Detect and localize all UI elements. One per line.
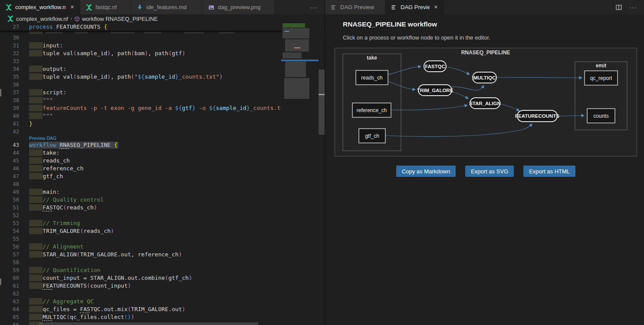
code-token: qc_files = bbox=[43, 306, 80, 312]
more-actions-icon[interactable]: ··· bbox=[310, 4, 318, 10]
code-token bbox=[29, 149, 43, 156]
code-token: ${ bbox=[175, 105, 182, 111]
line-number: 44 bbox=[0, 149, 19, 157]
image-icon bbox=[208, 4, 215, 11]
tab-dag-preview-active[interactable]: DAG Preview ✕ bbox=[385, 0, 444, 14]
horizontal-scrollbar[interactable] bbox=[0, 322, 325, 325]
tab-complex-workflow[interactable]: complex_workflow.nf ✕ bbox=[0, 0, 80, 14]
tab-dag-preview-png[interactable]: dag_preview.png bbox=[203, 0, 275, 14]
vertical-scrollbar[interactable] bbox=[319, 23, 325, 325]
code-line: 33 bbox=[0, 57, 325, 65]
code-token bbox=[29, 89, 43, 96]
code-token: " bbox=[135, 73, 138, 80]
split-editor-icon[interactable] bbox=[615, 4, 622, 11]
code-token: ( bbox=[128, 306, 131, 312]
close-icon[interactable]: ✕ bbox=[433, 4, 439, 10]
line-number: 54 bbox=[0, 227, 19, 235]
dag-node-reference-ch[interactable]: reference_ch bbox=[352, 103, 391, 117]
tab-dag-preview-inactive[interactable]: DAG Preview bbox=[325, 0, 385, 14]
dag-node-fastqc[interactable]: FASTQC bbox=[424, 61, 446, 72]
breadcrumb: complex_workflow.nf › workflow RNASEQ_PI… bbox=[0, 14, 325, 23]
dag-node-counts[interactable]: counts bbox=[587, 109, 615, 123]
overview-ruler-mark bbox=[319, 94, 325, 95]
code-token: gtf bbox=[182, 105, 192, 111]
code-line: 65 MULTIQC(qc_files.collect()) bbox=[0, 313, 325, 321]
code-line: 54 TRIM_GALORE(reads_ch) bbox=[0, 227, 325, 235]
code-token: qc_files.collect bbox=[70, 314, 124, 320]
dag-node-multiqc[interactable]: MULTIQC bbox=[473, 72, 496, 83]
code-token: MUL bbox=[43, 314, 53, 320]
code-token bbox=[29, 204, 43, 211]
export-as-html-button[interactable]: Export as HTML bbox=[523, 166, 575, 177]
horizontal-scrollbar-thumb[interactable] bbox=[39, 322, 258, 325]
line-number: 52 bbox=[0, 212, 19, 219]
more-actions-icon[interactable]: ··· bbox=[629, 4, 637, 10]
code-line: 31 input: bbox=[0, 42, 325, 50]
code-line: 45 reads_ch bbox=[0, 157, 325, 165]
code-token: ) bbox=[219, 73, 223, 80]
line-number: 60 bbox=[0, 274, 19, 282]
code-token: // Quantification bbox=[43, 267, 100, 273]
line-number: 43 bbox=[0, 141, 19, 149]
code-editor[interactable]: 27 process FEATURECOUNTS { 3031 input:32… bbox=[0, 23, 325, 325]
dag-node-reads-ch[interactable]: reads_ch bbox=[356, 70, 388, 85]
dag-node-featurecounts[interactable]: FEATURECOUNTS bbox=[515, 110, 559, 122]
code-token bbox=[29, 220, 43, 226]
codelens-preview-dag[interactable]: Preview DAG bbox=[0, 136, 325, 141]
code-line: 55 bbox=[0, 235, 325, 243]
svg-text:gtf_ch: gtf_ch bbox=[365, 133, 379, 139]
line-number: 55 bbox=[0, 235, 19, 243]
code-token: take: bbox=[43, 149, 59, 156]
dag-node-gtf-ch[interactable]: gtf_ch bbox=[359, 129, 385, 143]
sticky-scroll-line[interactable]: 27 process FEATURECOUNTS { bbox=[0, 23, 325, 31]
code-text: output: bbox=[29, 65, 66, 73]
close-icon[interactable]: ✕ bbox=[69, 4, 76, 10]
code-text: // Aggregate QC bbox=[29, 298, 94, 305]
code-text: featureCounts -p -t exon -g gene_id -a $… bbox=[29, 104, 311, 112]
code-line: 53 // Trimming bbox=[0, 219, 325, 227]
code-token bbox=[29, 275, 43, 281]
code-token: ) bbox=[111, 228, 114, 234]
dag-preview-panel: RNASEQ_PIPELINE workflow Click on a proc… bbox=[325, 14, 644, 325]
breadcrumb-file[interactable]: complex_workflow.nf bbox=[7, 15, 68, 22]
code-token: FEATURECOUNTS bbox=[53, 23, 104, 30]
code-line: 39 featureCounts -p -t exon -g gene_id -… bbox=[0, 104, 325, 112]
copy-as-markdown-button[interactable]: Copy as Markdown bbox=[396, 166, 456, 177]
dag-node-star-align[interactable]: STAR_ALIGN bbox=[469, 98, 501, 109]
dag-node-trim-galore[interactable]: TRIM_GALORE bbox=[417, 85, 453, 96]
export-as-svg-button[interactable]: Export as SVG bbox=[465, 166, 514, 177]
code-text: TRIM_GALORE(reads_ch) bbox=[29, 227, 114, 235]
code-token: gtf_ch bbox=[168, 275, 189, 281]
code-line: 49 main: bbox=[0, 188, 325, 196]
code-token: ) bbox=[182, 306, 185, 312]
code-token: workflow bbox=[29, 142, 56, 148]
code-line: 51 FASTQC(reads_ch) bbox=[0, 204, 325, 212]
code-text: // Quality control bbox=[29, 196, 104, 204]
cluster-take-label: take bbox=[367, 55, 377, 61]
code-token: STAR_ALIGN bbox=[43, 251, 76, 258]
code-token: ( bbox=[73, 73, 77, 80]
code-token: """ bbox=[43, 97, 53, 103]
code-token: FAS bbox=[43, 204, 53, 211]
code-token bbox=[29, 298, 43, 305]
line-number: 33 bbox=[0, 57, 19, 65]
code-token bbox=[29, 97, 43, 103]
line-number: 32 bbox=[0, 50, 19, 57]
vertical-scrollbar-thumb[interactable] bbox=[319, 70, 325, 135]
tab-ide-features[interactable]: ide_features.md bbox=[131, 0, 203, 14]
dag-node-qc-report[interactable]: qc_report bbox=[585, 71, 618, 85]
breadcrumb-symbol[interactable]: workflow RNASEQ_PIPELINE bbox=[74, 16, 158, 22]
tab-fastqc[interactable]: fastqc.nf bbox=[80, 0, 131, 14]
code-text: take: bbox=[29, 149, 59, 157]
code-text: FEATURECOUNTS(count_input) bbox=[29, 282, 131, 290]
code-token: ) bbox=[107, 50, 111, 56]
code-token: reads_ch bbox=[66, 204, 94, 211]
code-text: STAR_ALIGN(TRIM_GALORE.out, reference_ch… bbox=[29, 251, 182, 259]
code-token: , path bbox=[111, 50, 131, 56]
code-line: 38 """ bbox=[0, 96, 325, 104]
minimap[interactable] bbox=[281, 23, 319, 325]
code-token: ) bbox=[182, 50, 185, 56]
code-text: main: bbox=[29, 188, 59, 196]
code-token: ) bbox=[189, 275, 192, 281]
code-line: 35 tuple val(sample_id), path("${sample_… bbox=[0, 73, 325, 81]
